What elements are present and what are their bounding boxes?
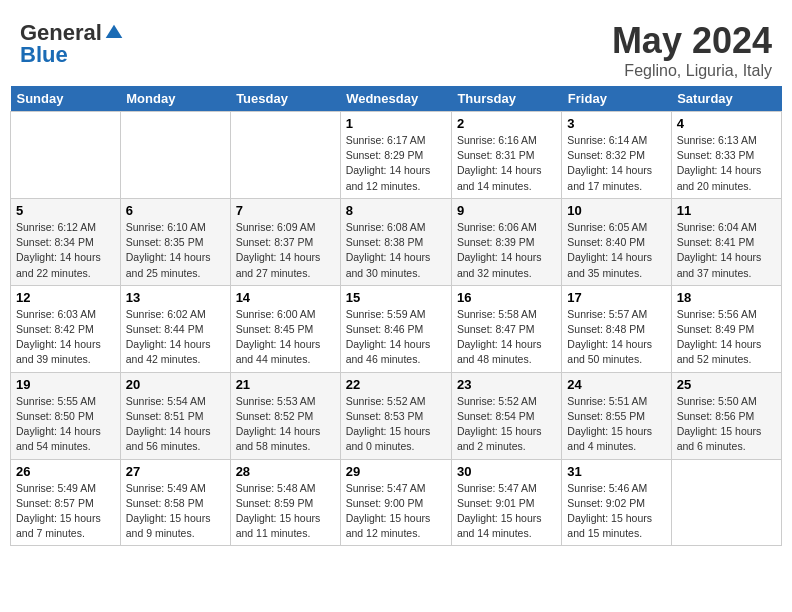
- weekday-header-cell: Monday: [120, 86, 230, 112]
- calendar-cell: 11Sunrise: 6:04 AMSunset: 8:41 PMDayligh…: [671, 198, 781, 285]
- calendar-cell: [671, 459, 781, 546]
- calendar-table: SundayMondayTuesdayWednesdayThursdayFrid…: [10, 86, 782, 546]
- calendar-cell: 29Sunrise: 5:47 AMSunset: 9:00 PMDayligh…: [340, 459, 451, 546]
- month-title: May 2024: [612, 20, 772, 62]
- calendar-cell: 10Sunrise: 6:05 AMSunset: 8:40 PMDayligh…: [562, 198, 671, 285]
- weekday-header-cell: Saturday: [671, 86, 781, 112]
- day-info: Sunrise: 6:03 AMSunset: 8:42 PMDaylight:…: [16, 307, 115, 368]
- day-number: 12: [16, 290, 115, 305]
- day-info: Sunrise: 6:08 AMSunset: 8:38 PMDaylight:…: [346, 220, 446, 281]
- day-number: 17: [567, 290, 665, 305]
- day-info: Sunrise: 5:47 AMSunset: 9:00 PMDaylight:…: [346, 481, 446, 542]
- day-number: 6: [126, 203, 225, 218]
- day-info: Sunrise: 5:54 AMSunset: 8:51 PMDaylight:…: [126, 394, 225, 455]
- day-number: 22: [346, 377, 446, 392]
- day-info: Sunrise: 6:17 AMSunset: 8:29 PMDaylight:…: [346, 133, 446, 194]
- day-info: Sunrise: 5:55 AMSunset: 8:50 PMDaylight:…: [16, 394, 115, 455]
- svg-marker-0: [106, 25, 123, 38]
- calendar-cell: 6Sunrise: 6:10 AMSunset: 8:35 PMDaylight…: [120, 198, 230, 285]
- day-number: 1: [346, 116, 446, 131]
- calendar-cell: 5Sunrise: 6:12 AMSunset: 8:34 PMDaylight…: [11, 198, 121, 285]
- day-number: 23: [457, 377, 556, 392]
- calendar-cell: [11, 112, 121, 199]
- day-number: 5: [16, 203, 115, 218]
- day-number: 3: [567, 116, 665, 131]
- day-info: Sunrise: 6:10 AMSunset: 8:35 PMDaylight:…: [126, 220, 225, 281]
- day-number: 24: [567, 377, 665, 392]
- calendar-cell: 27Sunrise: 5:49 AMSunset: 8:58 PMDayligh…: [120, 459, 230, 546]
- day-number: 30: [457, 464, 556, 479]
- calendar-week-row: 19Sunrise: 5:55 AMSunset: 8:50 PMDayligh…: [11, 372, 782, 459]
- day-number: 4: [677, 116, 776, 131]
- calendar-cell: 28Sunrise: 5:48 AMSunset: 8:59 PMDayligh…: [230, 459, 340, 546]
- day-number: 9: [457, 203, 556, 218]
- day-info: Sunrise: 6:16 AMSunset: 8:31 PMDaylight:…: [457, 133, 556, 194]
- day-info: Sunrise: 5:52 AMSunset: 8:53 PMDaylight:…: [346, 394, 446, 455]
- calendar-cell: 26Sunrise: 5:49 AMSunset: 8:57 PMDayligh…: [11, 459, 121, 546]
- weekday-header-cell: Sunday: [11, 86, 121, 112]
- day-number: 10: [567, 203, 665, 218]
- day-info: Sunrise: 5:52 AMSunset: 8:54 PMDaylight:…: [457, 394, 556, 455]
- day-number: 2: [457, 116, 556, 131]
- day-number: 21: [236, 377, 335, 392]
- calendar-cell: 8Sunrise: 6:08 AMSunset: 8:38 PMDaylight…: [340, 198, 451, 285]
- calendar-cell: 3Sunrise: 6:14 AMSunset: 8:32 PMDaylight…: [562, 112, 671, 199]
- day-info: Sunrise: 5:57 AMSunset: 8:48 PMDaylight:…: [567, 307, 665, 368]
- day-info: Sunrise: 5:59 AMSunset: 8:46 PMDaylight:…: [346, 307, 446, 368]
- day-number: 15: [346, 290, 446, 305]
- calendar-week-row: 5Sunrise: 6:12 AMSunset: 8:34 PMDaylight…: [11, 198, 782, 285]
- calendar-cell: [230, 112, 340, 199]
- calendar-cell: 31Sunrise: 5:46 AMSunset: 9:02 PMDayligh…: [562, 459, 671, 546]
- day-info: Sunrise: 5:47 AMSunset: 9:01 PMDaylight:…: [457, 481, 556, 542]
- day-number: 11: [677, 203, 776, 218]
- calendar-cell: 13Sunrise: 6:02 AMSunset: 8:44 PMDayligh…: [120, 285, 230, 372]
- calendar-cell: 16Sunrise: 5:58 AMSunset: 8:47 PMDayligh…: [451, 285, 561, 372]
- weekday-header-cell: Thursday: [451, 86, 561, 112]
- logo: General Blue: [20, 20, 124, 68]
- day-number: 29: [346, 464, 446, 479]
- calendar-cell: 2Sunrise: 6:16 AMSunset: 8:31 PMDaylight…: [451, 112, 561, 199]
- day-info: Sunrise: 5:48 AMSunset: 8:59 PMDaylight:…: [236, 481, 335, 542]
- calendar-cell: 14Sunrise: 6:00 AMSunset: 8:45 PMDayligh…: [230, 285, 340, 372]
- calendar-week-row: 26Sunrise: 5:49 AMSunset: 8:57 PMDayligh…: [11, 459, 782, 546]
- logo-blue: Blue: [20, 42, 68, 67]
- calendar-cell: 4Sunrise: 6:13 AMSunset: 8:33 PMDaylight…: [671, 112, 781, 199]
- calendar-cell: 17Sunrise: 5:57 AMSunset: 8:48 PMDayligh…: [562, 285, 671, 372]
- weekday-header-cell: Tuesday: [230, 86, 340, 112]
- day-number: 18: [677, 290, 776, 305]
- day-info: Sunrise: 6:02 AMSunset: 8:44 PMDaylight:…: [126, 307, 225, 368]
- calendar-cell: 9Sunrise: 6:06 AMSunset: 8:39 PMDaylight…: [451, 198, 561, 285]
- day-info: Sunrise: 6:09 AMSunset: 8:37 PMDaylight:…: [236, 220, 335, 281]
- calendar-cell: 23Sunrise: 5:52 AMSunset: 8:54 PMDayligh…: [451, 372, 561, 459]
- calendar-cell: 30Sunrise: 5:47 AMSunset: 9:01 PMDayligh…: [451, 459, 561, 546]
- day-info: Sunrise: 6:04 AMSunset: 8:41 PMDaylight:…: [677, 220, 776, 281]
- day-info: Sunrise: 5:46 AMSunset: 9:02 PMDaylight:…: [567, 481, 665, 542]
- day-info: Sunrise: 5:51 AMSunset: 8:55 PMDaylight:…: [567, 394, 665, 455]
- day-number: 16: [457, 290, 556, 305]
- page-header: General Blue May 2024 Feglino, Liguria, …: [10, 10, 782, 86]
- logo-icon: [104, 23, 124, 43]
- day-number: 31: [567, 464, 665, 479]
- day-info: Sunrise: 6:12 AMSunset: 8:34 PMDaylight:…: [16, 220, 115, 281]
- day-number: 26: [16, 464, 115, 479]
- day-info: Sunrise: 6:13 AMSunset: 8:33 PMDaylight:…: [677, 133, 776, 194]
- day-number: 19: [16, 377, 115, 392]
- day-number: 25: [677, 377, 776, 392]
- calendar-cell: 18Sunrise: 5:56 AMSunset: 8:49 PMDayligh…: [671, 285, 781, 372]
- calendar-cell: 21Sunrise: 5:53 AMSunset: 8:52 PMDayligh…: [230, 372, 340, 459]
- day-number: 7: [236, 203, 335, 218]
- day-number: 20: [126, 377, 225, 392]
- day-number: 8: [346, 203, 446, 218]
- calendar-week-row: 1Sunrise: 6:17 AMSunset: 8:29 PMDaylight…: [11, 112, 782, 199]
- day-info: Sunrise: 6:14 AMSunset: 8:32 PMDaylight:…: [567, 133, 665, 194]
- calendar-cell: 12Sunrise: 6:03 AMSunset: 8:42 PMDayligh…: [11, 285, 121, 372]
- calendar-cell: 7Sunrise: 6:09 AMSunset: 8:37 PMDaylight…: [230, 198, 340, 285]
- weekday-header-cell: Wednesday: [340, 86, 451, 112]
- calendar-cell: 24Sunrise: 5:51 AMSunset: 8:55 PMDayligh…: [562, 372, 671, 459]
- day-info: Sunrise: 6:06 AMSunset: 8:39 PMDaylight:…: [457, 220, 556, 281]
- calendar-cell: 15Sunrise: 5:59 AMSunset: 8:46 PMDayligh…: [340, 285, 451, 372]
- location-title: Feglino, Liguria, Italy: [612, 62, 772, 80]
- weekday-header-cell: Friday: [562, 86, 671, 112]
- day-number: 27: [126, 464, 225, 479]
- day-info: Sunrise: 5:49 AMSunset: 8:57 PMDaylight:…: [16, 481, 115, 542]
